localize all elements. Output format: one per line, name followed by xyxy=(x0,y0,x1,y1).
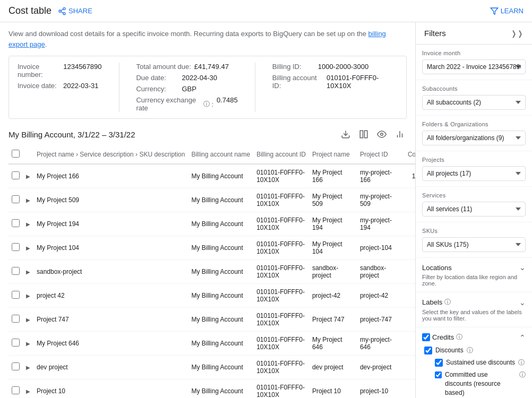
sustained-checkbox[interactable] xyxy=(435,359,443,367)
row-checkbox[interactable] xyxy=(12,339,20,347)
row-checkbox-cell xyxy=(8,379,23,399)
filter-folders: Folders & Organizations All folders/orga… xyxy=(416,116,532,151)
row-billing-name: My Billing Account xyxy=(188,284,253,308)
select-all-checkbox[interactable] xyxy=(12,150,20,158)
row-project-name: My Project 166 xyxy=(309,164,357,188)
visibility-button[interactable] xyxy=(375,127,389,141)
row-checkbox-cell xyxy=(8,308,23,332)
row-expand-cell[interactable]: ▶ xyxy=(23,164,33,188)
expand-icon: ▶ xyxy=(26,269,30,275)
skus-select[interactable]: All SKUs (175) xyxy=(422,237,526,252)
labels-header[interactable]: Labels ⓘ ⌄ xyxy=(422,298,526,307)
row-project: Project 747 xyxy=(33,308,188,332)
columns-button[interactable] xyxy=(357,127,371,141)
row-expand-cell[interactable]: ▶ xyxy=(23,188,33,212)
row-checkbox-cell xyxy=(8,212,23,236)
row-checkbox[interactable] xyxy=(12,386,20,394)
row-billing-name: My Billing Account xyxy=(188,379,253,399)
download-button[interactable] xyxy=(339,127,353,141)
row-checkbox[interactable] xyxy=(12,219,20,227)
due-date-row: Due date: 2022-04-30 xyxy=(136,74,237,82)
committed-item: Committed use discounts (resource based)… xyxy=(435,370,526,397)
row-checkbox[interactable] xyxy=(12,171,20,179)
row-checkbox[interactable] xyxy=(12,291,20,299)
expand-icon: ▶ xyxy=(26,317,30,323)
row-project-name: My Project 509 xyxy=(309,188,357,212)
locations-header[interactable]: Locations ⌄ xyxy=(422,263,526,272)
row-checkbox[interactable] xyxy=(12,315,20,323)
labels-collapse-icon: ⌄ xyxy=(519,298,526,307)
committed-checkbox[interactable] xyxy=(435,371,442,379)
row-project: Project 10 xyxy=(33,379,188,399)
svg-rect-7 xyxy=(360,131,363,138)
top-bar: Cost table SHARE LEARN xyxy=(0,0,532,22)
filters-collapse-button[interactable]: ❭❭ xyxy=(511,29,524,38)
row-expand-cell[interactable]: ▶ xyxy=(23,284,33,308)
credits-help-icon[interactable]: ⓘ xyxy=(456,333,462,342)
labels-help-icon[interactable]: ⓘ xyxy=(444,298,451,307)
discounts-checkbox[interactable] xyxy=(424,347,432,354)
credits-collapse-icon[interactable]: ⌃ xyxy=(519,333,526,342)
share-button[interactable]: SHARE xyxy=(58,7,92,15)
table-row: ▶ Project 747 My Billing Account 010101-… xyxy=(8,308,415,332)
table-row: ▶ My Project 646 My Billing Account 0101… xyxy=(8,332,415,356)
header-project-name: Project name xyxy=(309,145,357,164)
svg-point-9 xyxy=(381,133,383,136)
row-expand-cell[interactable]: ▶ xyxy=(23,332,33,356)
services-select[interactable]: All services (11) xyxy=(422,202,526,217)
chart-button[interactable] xyxy=(393,127,407,141)
row-project: sandbox-project xyxy=(33,260,188,284)
row-checkbox[interactable] xyxy=(12,362,20,370)
billing-id-row: Billing ID: 1000-2000-3000 xyxy=(272,63,398,71)
expand-icon: ▶ xyxy=(26,341,30,347)
row-expand-cell[interactable]: ▶ xyxy=(23,356,33,379)
row-cost: 1838.12 xyxy=(405,260,415,284)
exchange-rate-help-icon[interactable]: ⓘ xyxy=(203,100,210,109)
invoice-date-row: Invoice date: 2022-03-31 xyxy=(18,82,102,90)
filter-invoice-month: Invoice month March 2022 - Invoice 12345… xyxy=(416,45,532,80)
committed-help-icon[interactable]: ⓘ xyxy=(519,370,526,379)
header-project-id: Project ID xyxy=(357,145,405,164)
row-checkbox[interactable] xyxy=(12,195,20,203)
content-area: View and download cost details for a spe… xyxy=(0,22,415,398)
row-expand-cell[interactable]: ▶ xyxy=(23,379,33,399)
row-expand-cell[interactable]: ▶ xyxy=(23,212,33,236)
credits-items: Discounts ⓘ Sustained use discounts ⓘ Co… xyxy=(422,346,526,398)
expand-icon: ▶ xyxy=(26,293,30,299)
page-title: Cost table xyxy=(8,5,52,16)
sub-credits: Sustained use discounts ⓘ Committed use … xyxy=(424,358,526,398)
filters-panel: Filters ❭❭ Invoice month March 2022 - In… xyxy=(415,22,532,398)
discounts-help-icon[interactable]: ⓘ xyxy=(467,346,473,355)
subaccounts-select[interactable]: All subaccounts (2) xyxy=(422,95,526,110)
invoice-month-select[interactable]: March 2022 - Invoice 1234567890 xyxy=(422,59,526,74)
row-checkbox-cell xyxy=(8,260,23,284)
row-expand-cell[interactable]: ▶ xyxy=(23,308,33,332)
row-billing-id: 010101-F0FFF0-10X10X xyxy=(253,188,309,212)
invoice-col-2: Total amount due: £41,749.47 Due date: 2… xyxy=(136,63,237,112)
projects-select[interactable]: All projects (17) xyxy=(422,166,526,181)
row-billing-name: My Billing Account xyxy=(188,356,253,379)
data-table: Project name › Service description › SKU… xyxy=(8,145,415,398)
header-cost: Cost (£) ▼ xyxy=(405,145,415,164)
main-layout: View and download cost details for a spe… xyxy=(0,22,532,398)
row-billing-id: 010101-F0FFF0-10X10X xyxy=(253,212,309,236)
row-cost: 890.06 xyxy=(405,332,415,356)
table-actions xyxy=(339,127,407,141)
row-project-name: My Project 194 xyxy=(309,212,357,236)
filter-credits: Credits ⓘ ⌃ Discounts ⓘ Sustained use di… xyxy=(416,327,532,398)
expand-icon: ▶ xyxy=(26,174,30,179)
row-checkbox[interactable] xyxy=(12,243,20,251)
header-project: Project name › Service description › SKU… xyxy=(33,145,188,164)
svg-point-1 xyxy=(59,10,61,12)
table-row: ▶ My Project 509 My Billing Account 0101… xyxy=(8,188,415,212)
row-expand-cell[interactable]: ▶ xyxy=(23,236,33,260)
row-expand-cell[interactable]: ▶ xyxy=(23,260,33,284)
invoice-info: Invoice number: 1234567890 Invoice date:… xyxy=(8,56,407,119)
svg-point-2 xyxy=(63,12,65,14)
credits-checkbox[interactable] xyxy=(422,333,430,341)
row-billing-id: 010101-F0FFF0-10X10X xyxy=(253,284,309,308)
sustained-help-icon[interactable]: ⓘ xyxy=(518,358,525,367)
learn-button[interactable]: LEARN xyxy=(490,7,524,15)
row-checkbox[interactable] xyxy=(12,267,20,275)
folders-select[interactable]: All folders/organizations (9) xyxy=(422,131,526,145)
